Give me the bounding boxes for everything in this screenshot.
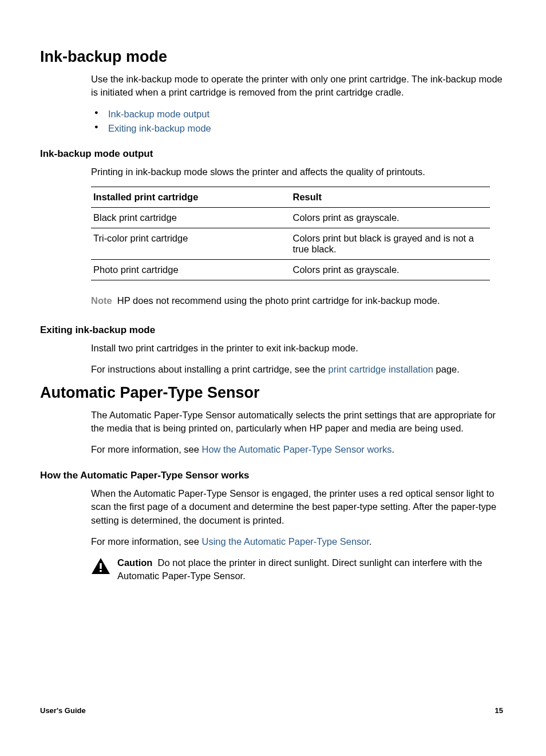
link-exiting-ink-backup[interactable]: Exiting ink-backup mode bbox=[108, 123, 211, 133]
auto-paper-more-post: . bbox=[391, 444, 394, 454]
warning-icon bbox=[91, 557, 110, 578]
how-auto-p2: For more information, see Using the Auto… bbox=[91, 535, 503, 548]
how-auto-p2-post: . bbox=[369, 536, 372, 547]
footer-left: User's Guide bbox=[40, 706, 86, 715]
caution-block: Caution Do not place the printer in dire… bbox=[91, 556, 503, 583]
table-cell: Colors print as grayscale. bbox=[291, 207, 490, 228]
table-cell: Black print cartridge bbox=[91, 207, 291, 228]
auto-paper-more: For more information, see How the Automa… bbox=[91, 443, 503, 456]
page-footer: User's Guide 15 bbox=[40, 706, 503, 715]
caution-text: Do not place the printer in direct sunli… bbox=[117, 557, 482, 581]
ink-backup-output-intro: Printing in ink-backup mode slows the pr… bbox=[91, 165, 503, 179]
link-how-auto-paper-works[interactable]: How the Automatic Paper-Type Sensor work… bbox=[202, 444, 392, 454]
exiting-p2-post: page. bbox=[433, 364, 460, 374]
heading-ink-backup-mode: Ink-backup mode bbox=[40, 48, 503, 66]
auto-paper-intro: The Automatic Paper-Type Sensor automati… bbox=[91, 409, 503, 435]
svg-rect-2 bbox=[100, 570, 101, 572]
exiting-p2: For instructions about installing a prin… bbox=[91, 363, 503, 376]
table-cell: Colors print as grayscale. bbox=[291, 259, 490, 280]
note-label: Note bbox=[91, 295, 112, 306]
caution-label: Caution bbox=[117, 557, 152, 568]
table-header-cartridge: Installed print cartridge bbox=[91, 187, 291, 207]
note-text: HP does not recommend using the photo pr… bbox=[117, 295, 440, 306]
auto-paper-more-pre: For more information, see bbox=[91, 444, 202, 454]
footer-page-number: 15 bbox=[495, 706, 503, 715]
table-row: Black print cartridge Colors print as gr… bbox=[91, 207, 490, 228]
heading-auto-paper-type: Automatic Paper-Type Sensor bbox=[40, 384, 503, 402]
link-print-cartridge-installation[interactable]: print cartridge installation bbox=[329, 364, 433, 374]
table-cell: Tri-color print cartridge bbox=[91, 228, 291, 259]
table-header-result: Result bbox=[291, 187, 490, 207]
how-auto-p2-pre: For more information, see bbox=[91, 536, 202, 547]
exiting-p1: Install two print cartridges in the prin… bbox=[91, 342, 503, 355]
ink-backup-output-table: Installed print cartridge Result Black p… bbox=[91, 187, 490, 280]
link-ink-backup-output[interactable]: Ink-backup mode output bbox=[108, 109, 209, 119]
exiting-p2-pre: For instructions about installing a prin… bbox=[91, 364, 329, 374]
table-cell: Colors print but black is grayed and is … bbox=[291, 228, 490, 259]
link-using-auto-paper[interactable]: Using the Automatic Paper-Type Sensor bbox=[202, 536, 370, 547]
ink-backup-links: Ink-backup mode output Exiting ink-backu… bbox=[91, 107, 503, 136]
heading-ink-backup-output: Ink-backup mode output bbox=[40, 148, 503, 160]
heading-exiting-ink-backup: Exiting ink-backup mode bbox=[40, 324, 503, 336]
table-cell: Photo print cartridge bbox=[91, 259, 291, 280]
table-row: Photo print cartridge Colors print as gr… bbox=[91, 259, 490, 280]
table-row: Tri-color print cartridge Colors print b… bbox=[91, 228, 490, 259]
heading-how-auto-paper-works: How the Automatic Paper-Type Sensor work… bbox=[40, 470, 503, 481]
how-auto-p1: When the Automatic Paper-Type Sensor is … bbox=[91, 487, 503, 527]
note-ink-backup: Note HP does not recommend using the pho… bbox=[91, 294, 503, 307]
ink-backup-intro: Use the ink-backup mode to operate the p… bbox=[91, 73, 503, 99]
svg-rect-1 bbox=[100, 563, 101, 569]
